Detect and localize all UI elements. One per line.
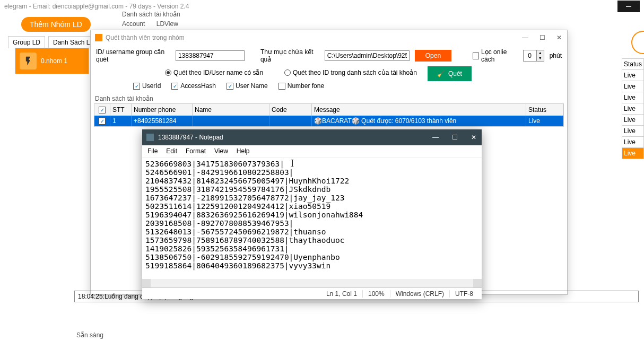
dialog-row-1: ID/ username group cần quét Thư mục chứa…	[91, 45, 567, 66]
status-cell: Live	[622, 92, 644, 103]
input-group-id[interactable]	[176, 50, 245, 61]
filter-checkbox[interactable]	[473, 53, 479, 59]
sublabel-account: Account	[122, 20, 145, 28]
status-cell: Live	[622, 137, 644, 148]
close-icon[interactable]: ✕	[470, 134, 477, 141]
filter-checkbox-label[interactable]: Lọc onlie cách	[473, 48, 518, 63]
left-tabs: Group LD Danh Sách LD	[8, 36, 99, 48]
notepad-window: 1383887947 - Notepad — ☐ ✕ File Edit For…	[142, 129, 482, 299]
right-status-column: Status Live Live Live Live Live Live Liv…	[622, 58, 644, 159]
notepad-titlebar[interactable]: 1383887947 - Notepad — ☐ ✕	[142, 129, 482, 145]
cell-code	[269, 116, 312, 126]
broom-icon: 🧹	[437, 70, 445, 77]
table-row[interactable]: 1 +84925581284 🎲BACARAT🎲 Quét được: 6070…	[94, 116, 563, 126]
status-bar: Sẵn sàng	[74, 329, 106, 341]
radio-option-2[interactable]: Quét theo ID trong danh sách của tài kho…	[284, 69, 417, 76]
grid-header: STT Number phone Name Code Message Statu…	[94, 104, 563, 116]
label-folder: Thư mục chứa kết quả	[260, 48, 319, 63]
minimize-icon[interactable]: —	[521, 34, 529, 41]
main-titlebar: elegram - Email: diencoiapple@gmail.com …	[0, 0, 644, 13]
group-list: 0.nhom 1	[15, 48, 89, 74]
status-cell-active: Live	[622, 148, 644, 159]
spin-up-icon[interactable]: ▲	[536, 50, 544, 56]
status-header: Status	[622, 58, 644, 70]
label-phut: phút	[550, 52, 562, 59]
status-encoding: UTF-8	[449, 290, 478, 298]
status-position: Ln 1, Col 1	[321, 290, 362, 298]
main-title: elegram - Email: diencoiapple@gmail.com …	[4, 3, 189, 10]
minimize-icon[interactable]: —	[432, 134, 439, 141]
sublabel-ldview: LDView	[156, 20, 178, 28]
right-round-button[interactable]	[631, 31, 644, 54]
add-group-button[interactable]: Thêm Nhóm LD	[21, 17, 91, 32]
notepad-title: 1383887947 - Notepad	[158, 134, 223, 141]
filter-label: Lọc onlie cách	[481, 48, 518, 63]
col-check[interactable]	[94, 104, 110, 116]
radio-row: Quét theo ID/User name có sẵn Quét theo …	[165, 67, 417, 81]
open-button[interactable]: Open	[415, 50, 451, 62]
dialog-title: Quét thành viên trong nhóm	[106, 34, 185, 41]
menu-help[interactable]: Help	[237, 147, 250, 155]
status-cell: Live	[622, 81, 644, 92]
scan-button[interactable]: 🧹 Quét	[428, 66, 472, 81]
text-cursor-icon: I	[291, 158, 294, 169]
close-icon[interactable]: ✕	[555, 34, 563, 41]
status-zoom: 100%	[362, 290, 390, 298]
col-stt[interactable]: STT	[110, 104, 132, 116]
filter-value[interactable]	[524, 52, 536, 59]
maximize-icon[interactable]: ☐	[538, 34, 546, 41]
chk-username[interactable]: User Name	[227, 82, 268, 90]
group-item[interactable]: 0.nhom 1	[15, 48, 89, 74]
radio-option-1[interactable]: Quét theo ID/User name có sẵn	[165, 69, 263, 76]
col-code[interactable]: Code	[269, 104, 312, 116]
status-cell: Live	[622, 103, 644, 115]
dialog-icon	[95, 34, 102, 41]
check-icon	[171, 83, 178, 90]
menu-file[interactable]: File	[147, 147, 158, 155]
menu-view[interactable]: View	[214, 147, 228, 155]
horizontal-scrollbar[interactable]	[142, 279, 482, 287]
cell-msg: 🎲BACARAT🎲 Quét được: 6070/6103 thành viê…	[312, 116, 526, 126]
cell-name	[193, 116, 269, 126]
tab-group-ld[interactable]: Group LD	[8, 36, 45, 48]
chk-userid[interactable]: UserId	[133, 82, 161, 90]
status-cell: Live	[622, 70, 644, 81]
filter-spinner[interactable]: ▲▼	[523, 50, 544, 62]
check-icon	[133, 83, 140, 90]
status-cell: Live	[622, 126, 644, 137]
col-status[interactable]: Status	[526, 104, 563, 116]
accounts-subhead: Danh sách tài khoản	[91, 94, 567, 103]
status-cell: Live	[622, 115, 644, 126]
accounts-grid: STT Number phone Name Code Message Statu…	[94, 103, 564, 127]
radio-icon	[165, 69, 171, 76]
window-controls	[617, 1, 640, 12]
checkbox-row: UserId AccessHash User Name Number fone	[133, 81, 567, 94]
minimize-button[interactable]	[617, 1, 640, 12]
notepad-menu: File Edit Format View Help	[142, 145, 482, 158]
status-crlf: Windows (CRLF)	[390, 290, 449, 298]
col-msg[interactable]: Message	[312, 104, 526, 116]
check-icon	[227, 83, 233, 90]
input-folder[interactable]	[325, 50, 410, 61]
dialog-titlebar[interactable]: Quét thành viên trong nhóm — ☐ ✕	[91, 30, 567, 45]
menu-edit[interactable]: Edit	[166, 147, 177, 155]
notepad-icon	[146, 134, 154, 141]
check-icon	[99, 107, 106, 113]
accounts-sublabels: Account LDView	[122, 20, 188, 28]
row-check[interactable]	[99, 118, 106, 125]
cell-phone: +84925581284	[132, 116, 193, 126]
notepad-text-area[interactable]: 5236669803|341751830607379363| 524656690…	[142, 158, 482, 279]
cell-status: Live	[526, 116, 563, 126]
dialog-controls: — ☐ ✕	[521, 34, 563, 41]
group-item-label: 0.nhom 1	[41, 57, 67, 65]
radio-icon	[284, 69, 291, 76]
spin-down-icon[interactable]: ▼	[536, 56, 544, 61]
accounts-label: Danh sách tài khoản	[122, 11, 180, 18]
col-name[interactable]: Name	[193, 104, 269, 116]
col-phone[interactable]: Number phone	[132, 104, 193, 116]
label-id-group: ID/ username group cần quét	[96, 48, 170, 63]
menu-format[interactable]: Format	[186, 147, 206, 155]
chk-accesshash[interactable]: AccessHash	[171, 82, 216, 90]
maximize-icon[interactable]: ☐	[451, 134, 458, 141]
chk-numberfone[interactable]: Number fone	[279, 82, 324, 90]
